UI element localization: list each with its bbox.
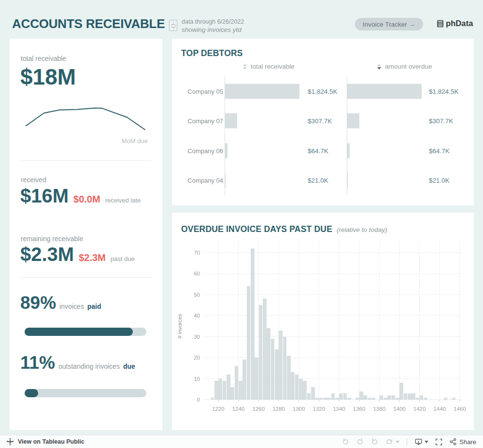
histogram-svg[interactable]: 0102030405060701220124012601280130013201… xyxy=(175,235,470,428)
histogram-bar[interactable] xyxy=(420,395,424,400)
mom-due-sparkline[interactable] xyxy=(24,101,147,136)
view-on-tableau-public[interactable]: View on Tableau Public xyxy=(6,438,85,446)
histogram-bar[interactable] xyxy=(452,398,456,400)
histogram-bar[interactable] xyxy=(339,393,343,400)
amount-overdue-bar-zone xyxy=(347,106,427,136)
histogram-bar[interactable] xyxy=(255,358,258,400)
histogram-bar[interactable] xyxy=(327,398,331,400)
histogram-bar[interactable] xyxy=(263,299,267,400)
histogram-bar[interactable] xyxy=(392,395,396,400)
histogram-bar[interactable] xyxy=(335,398,339,400)
histogram-bar[interactable] xyxy=(363,395,367,400)
total-receivable-bar[interactable] xyxy=(225,84,299,99)
histogram-bar[interactable] xyxy=(303,381,307,400)
fullscreen-icon[interactable] xyxy=(435,438,443,446)
histogram-bar[interactable] xyxy=(242,360,246,400)
tableau-toolbar: View on Tableau Public xyxy=(0,435,483,448)
refresh-caret-icon[interactable] xyxy=(396,441,399,443)
histogram-bar[interactable] xyxy=(319,398,323,400)
histogram-bar[interactable] xyxy=(223,381,227,400)
refresh-icon[interactable] xyxy=(385,438,399,446)
invoice-tracker-button[interactable]: Invoice Tracker → xyxy=(355,18,423,30)
due-progress-fill[interactable] xyxy=(25,389,38,397)
histogram-bar[interactable] xyxy=(211,398,214,400)
phdata-logo-icon xyxy=(436,19,444,28)
sort-arrows-icon[interactable] xyxy=(243,64,247,70)
page-title: ACCOUNTS RECEIVABLE xyxy=(12,16,165,31)
total-receivable-value: $1,824.5K xyxy=(308,87,338,95)
histogram-bar[interactable] xyxy=(424,398,427,400)
debtor-company-label: Company 06 xyxy=(172,147,223,154)
x-tick-label: 1320 xyxy=(313,406,325,412)
histogram-bar[interactable] xyxy=(412,393,415,400)
histogram-bar[interactable] xyxy=(251,248,255,400)
histogram-bar[interactable] xyxy=(227,375,230,400)
histogram-bar[interactable] xyxy=(331,393,335,400)
histogram-bar[interactable] xyxy=(311,387,315,400)
histogram-bar[interactable] xyxy=(368,398,371,400)
histogram-bar[interactable] xyxy=(239,381,242,400)
histogram-bar[interactable] xyxy=(299,379,303,400)
y-tick-label: 0 xyxy=(197,397,200,403)
histogram-bar[interactable] xyxy=(214,381,218,400)
histogram-bar[interactable] xyxy=(371,398,375,400)
histogram-bar[interactable] xyxy=(271,339,275,400)
histogram-bar[interactable] xyxy=(399,383,403,400)
histogram-bar[interactable] xyxy=(384,398,387,400)
amount-overdue-bar[interactable] xyxy=(347,114,359,129)
share-icon[interactable] xyxy=(449,438,457,446)
histogram-bar[interactable] xyxy=(355,398,359,400)
data-source-icon xyxy=(169,20,177,31)
undo-icon[interactable] xyxy=(341,438,350,446)
sort-amount-overdue[interactable]: amount overdue xyxy=(377,63,432,70)
received-late-value: $0.0M xyxy=(73,194,100,205)
sort-arrows-icon[interactable] xyxy=(377,64,381,70)
histogram-bar[interactable] xyxy=(307,393,311,400)
sparkline-line[interactable] xyxy=(26,108,145,130)
replay-icon[interactable] xyxy=(370,438,379,446)
x-tick-label: 1440 xyxy=(433,406,446,412)
download-icon[interactable] xyxy=(414,438,428,446)
total-receivable-bar[interactable] xyxy=(225,173,226,188)
histogram-bar[interactable] xyxy=(267,328,270,400)
showing-invoices-text: showing invoices ytd xyxy=(182,26,244,33)
histogram-bar[interactable] xyxy=(396,398,399,400)
histogram-bar[interactable] xyxy=(343,393,347,400)
histogram-bar[interactable] xyxy=(315,398,319,400)
histogram-bar[interactable] xyxy=(295,375,299,400)
amount-overdue-bar[interactable] xyxy=(347,84,422,99)
debtor-row: Company 07$307.7K$307.7K xyxy=(172,106,474,136)
histogram-bar[interactable] xyxy=(287,356,291,400)
brand-name: phData xyxy=(446,19,473,28)
total-receivable-bar[interactable] xyxy=(225,143,227,158)
histogram-bar[interactable] xyxy=(416,398,420,400)
histogram-bar[interactable] xyxy=(291,372,295,400)
histogram-bar[interactable] xyxy=(230,387,234,400)
amount-overdue-bar[interactable] xyxy=(347,143,350,158)
histogram-bar[interactable] xyxy=(259,305,263,400)
y-axis-title: # invoices xyxy=(177,314,183,338)
redo-icon[interactable] xyxy=(356,438,364,446)
paid-progress-fill[interactable] xyxy=(25,328,133,336)
total-receivable-bar[interactable] xyxy=(225,114,237,129)
histogram-bar[interactable] xyxy=(359,391,363,400)
histogram-bar[interactable] xyxy=(279,331,283,400)
download-caret-icon[interactable] xyxy=(425,441,428,443)
amount-overdue-bar[interactable] xyxy=(347,173,348,188)
histogram-bar[interactable] xyxy=(380,395,384,400)
histogram-bar[interactable] xyxy=(387,395,391,400)
histogram-bar[interactable] xyxy=(275,349,279,400)
histogram-bar[interactable] xyxy=(218,379,222,400)
histogram-bar[interactable] xyxy=(404,393,408,400)
share-button[interactable]: Share xyxy=(449,438,476,446)
histogram-bar[interactable] xyxy=(408,393,412,400)
histogram-bar[interactable] xyxy=(323,398,327,400)
histogram-bar[interactable] xyxy=(235,366,239,400)
sort-total-receivable[interactable]: total receivable xyxy=(243,63,295,70)
y-tick-label: 20 xyxy=(194,355,200,361)
histogram-bar[interactable] xyxy=(283,337,287,400)
histogram-bar[interactable] xyxy=(247,286,251,400)
x-tick-label: 1260 xyxy=(253,406,265,412)
histogram-bar[interactable] xyxy=(347,398,351,400)
histogram-bar[interactable] xyxy=(444,398,448,400)
